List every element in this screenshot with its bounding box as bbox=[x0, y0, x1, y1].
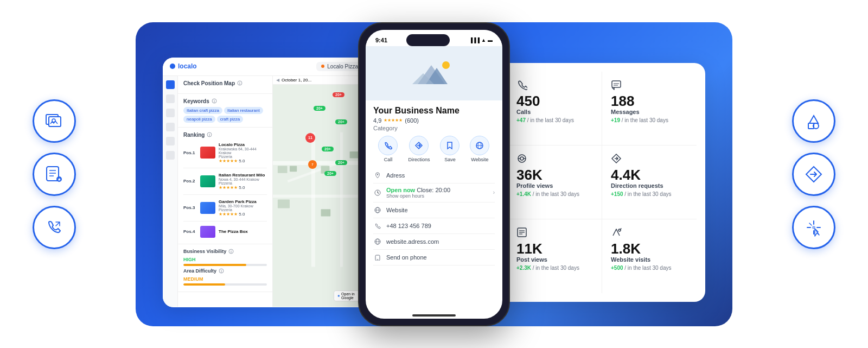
hours-row[interactable]: Open now Close: 20:00 Show open hours › bbox=[373, 184, 495, 203]
map-title-section: Check Position Map i bbox=[178, 76, 272, 94]
website-action[interactable]: Website bbox=[470, 136, 489, 162]
website-visits-change-value: +500 bbox=[611, 265, 623, 271]
website-visits-stat: 1.8K Website visits +500 / in the last 3… bbox=[602, 219, 697, 293]
calls-change-value: +47 bbox=[516, 117, 526, 123]
calls-stat-icon bbox=[516, 79, 527, 92]
keyword-tag[interactable]: neapoli pizza bbox=[183, 116, 215, 123]
messages-stat: 188 Messages +19 / in the last 30 days bbox=[602, 72, 697, 145]
website-visits-change-period: / in the last 30 days bbox=[624, 265, 671, 271]
directions-action[interactable]: Directions bbox=[408, 136, 430, 162]
sidebar-icon-2[interactable] bbox=[166, 94, 175, 103]
save-label: Save bbox=[444, 157, 456, 162]
direction-requests-change: +150 / in the last 30 days bbox=[611, 191, 688, 197]
business-category: Category bbox=[373, 125, 495, 131]
website-url-row[interactable]: website.adress.com bbox=[373, 234, 495, 250]
send-on-phone: Send on phone bbox=[386, 254, 427, 261]
rank-info: Localo Pizza Krakowska 64, 30-444 Krakow… bbox=[219, 142, 267, 163]
phone-mockup: 9:41 ▐▐▐ ▲ ▬ bbox=[358, 22, 510, 326]
sidebar-icon-1[interactable] bbox=[166, 80, 175, 89]
website-visits-label: Website visits bbox=[611, 256, 688, 263]
send-phone-row[interactable]: Send on phone bbox=[373, 250, 495, 265]
svg-point-41 bbox=[377, 174, 378, 175]
panel-content: Check Position Map i Keywords i bbox=[163, 76, 369, 307]
direction-requests-label: Direction requests bbox=[611, 182, 688, 189]
call-btn-circle[interactable] bbox=[378, 136, 398, 155]
sidebar-icon-3[interactable] bbox=[166, 109, 175, 117]
call-action[interactable]: Call bbox=[378, 136, 398, 162]
messages-change: +19 / in the last 30 days bbox=[611, 117, 688, 123]
sidebar-icon-4[interactable] bbox=[166, 123, 175, 131]
save-btn-circle[interactable] bbox=[440, 136, 459, 155]
phone-number: +48 123 456 789 bbox=[386, 223, 431, 229]
ranking-label: Ranking i bbox=[183, 132, 267, 138]
map-pin-20plus-1: 20+ bbox=[333, 92, 344, 97]
phone-status-icons: ▐▐▐ ▲ ▬ bbox=[469, 37, 493, 43]
map-pin-orange: 7 bbox=[308, 160, 317, 169]
sidebar-icon-6[interactable] bbox=[166, 151, 175, 160]
svg-point-32 bbox=[338, 295, 340, 296]
messages-change-value: +19 bbox=[611, 117, 620, 123]
profile-views-change-period: / in the last 30 days bbox=[533, 191, 579, 197]
map-area[interactable]: ◀ October 1, 20... bbox=[273, 76, 369, 307]
messages-change-period: / in the last 30 days bbox=[622, 117, 668, 123]
messages-number: 188 bbox=[611, 93, 688, 109]
keyword-tag[interactable]: craft pizza bbox=[217, 116, 243, 123]
directions-btn-circle[interactable] bbox=[409, 136, 429, 155]
svg-line-70 bbox=[809, 223, 812, 225]
post-views-change-period: / in the last 30 days bbox=[533, 265, 579, 271]
close-time: Close: 20:00 bbox=[417, 187, 450, 193]
row-arrow: › bbox=[493, 189, 495, 195]
keywords-section: Keywords i Italian craft pizza Italian r… bbox=[178, 94, 272, 128]
clock-icon bbox=[373, 188, 382, 197]
rank-position: Pos.4 bbox=[183, 229, 197, 234]
direction-requests-icon bbox=[611, 153, 622, 166]
calls-change-period: / in the last 30 days bbox=[527, 117, 574, 123]
cursor-icon-bubble bbox=[792, 206, 835, 249]
svg-rect-26 bbox=[278, 166, 288, 173]
post-views-change-value: +2.3K bbox=[516, 265, 531, 271]
svg-marker-63 bbox=[809, 116, 818, 123]
difficulty-bar bbox=[183, 283, 267, 286]
profile-views-icon bbox=[516, 153, 527, 166]
keyword-tag[interactable]: Italian restaurant bbox=[224, 107, 263, 114]
profile-views-icon-row bbox=[516, 153, 593, 166]
calls-change: +47 / in the last 30 days bbox=[516, 117, 593, 123]
map-date: October 1, 20... bbox=[282, 78, 311, 83]
pizza-tab[interactable]: Localo Pizza bbox=[316, 62, 362, 71]
address-row: Adress bbox=[373, 168, 495, 184]
messages-stat-icon bbox=[611, 79, 622, 92]
svg-text:i: i bbox=[221, 269, 222, 273]
save-action[interactable]: Save bbox=[440, 136, 459, 162]
directions-sign-icon-bubble bbox=[792, 153, 835, 196]
map-title: Check Position Map i bbox=[183, 80, 267, 86]
messages-icon-row bbox=[611, 79, 688, 92]
rank-image bbox=[200, 175, 215, 187]
visibility-label: Business Visibility i bbox=[183, 249, 267, 254]
profile-views-stat: 36K Profile views +1.4K / in the last 30… bbox=[508, 145, 602, 219]
send-icon bbox=[373, 253, 382, 262]
visibility-bar bbox=[183, 264, 267, 266]
call-label: Call bbox=[384, 157, 393, 162]
stars: ★★★★★ bbox=[384, 118, 403, 123]
ranking-item-3: Pos.3 Garden Park Pizza Mila, 30-700 Kra… bbox=[183, 198, 267, 218]
website-btn-circle[interactable] bbox=[470, 136, 489, 155]
website-row[interactable]: Website bbox=[373, 203, 495, 218]
direction-requests-number: 4.4K bbox=[611, 167, 688, 183]
sidebar-icon-5[interactable] bbox=[166, 137, 175, 145]
svg-point-55 bbox=[520, 157, 524, 160]
profile-views-change-value: +1.4K bbox=[516, 191, 531, 197]
svg-text:i: i bbox=[231, 250, 232, 254]
svg-text:i: i bbox=[209, 133, 210, 137]
rank-info: Italian Restaurant Milo Nowa 4, 30-444 K… bbox=[219, 173, 267, 190]
photos-icon-bubble bbox=[33, 99, 76, 143]
panel-header: localo Localo Pizza bbox=[163, 58, 369, 76]
post-views-stat: 11K Post views +2.3K / in the last 30 da… bbox=[508, 219, 602, 293]
svg-rect-21 bbox=[273, 161, 369, 164]
keyword-tag[interactable]: Italian craft pizza bbox=[183, 107, 222, 114]
phone-screen: 9:41 ▐▐▐ ▲ ▬ bbox=[366, 30, 502, 319]
phone-row[interactable]: +48 123 456 789 bbox=[373, 218, 495, 234]
directions-label: Directions bbox=[408, 157, 430, 162]
svg-rect-23 bbox=[311, 132, 315, 267]
address-text: Adress bbox=[386, 172, 405, 179]
difficulty-label: Area Difficulty i bbox=[183, 268, 267, 274]
